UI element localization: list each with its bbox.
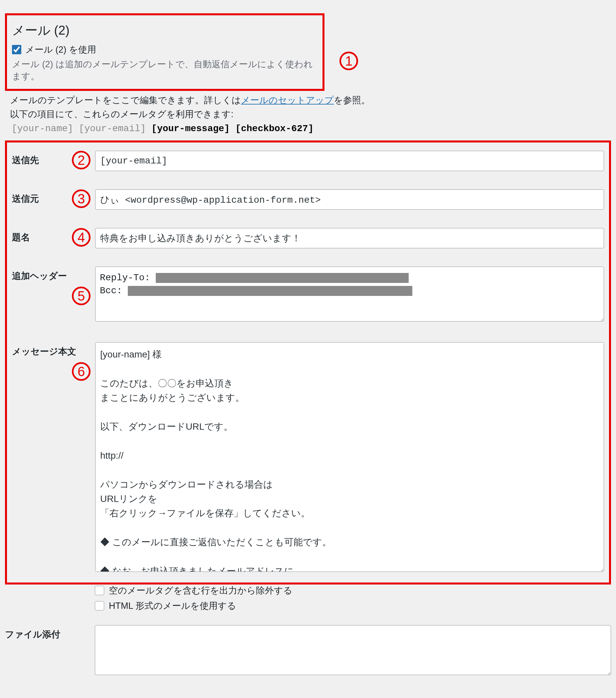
mail-setup-link[interactable]: メールのセットアップ bbox=[241, 95, 334, 105]
annotation-6: 6 bbox=[72, 362, 90, 381]
subject-row: 題名 4 bbox=[12, 228, 604, 248]
sender-input[interactable] bbox=[95, 190, 604, 210]
template-info-text: メールのテンプレートをここで編集できます。詳しくはメールのセットアップを参照。 bbox=[10, 94, 611, 106]
message-body-row: メッセージ本文 6 bbox=[12, 342, 604, 574]
exclude-blank-checkbox[interactable] bbox=[95, 586, 104, 595]
mail2-description: メール (2) は追加のメールテンプレートで、自動返信メールによく使われます。 bbox=[12, 58, 316, 82]
message-body-textarea[interactable] bbox=[95, 342, 604, 572]
exclude-blank-row: 空のメールタグを含む行を出力から除外する bbox=[95, 585, 611, 597]
use-html-checkbox[interactable] bbox=[95, 601, 104, 611]
mail-tag-checkbox627[interactable]: [checkbox-627] bbox=[235, 124, 313, 134]
mail-tag-yourname[interactable]: [your-name] bbox=[12, 124, 73, 134]
annotation-1: 1 bbox=[339, 52, 358, 70]
use-mail2-label: メール (2) を使用 bbox=[25, 44, 96, 56]
annotation-5: 5 bbox=[72, 287, 90, 305]
mail-tags-list: [your-name] [your-email] [your-message] … bbox=[12, 124, 611, 134]
use-html-row: HTML 形式のメールを使用する bbox=[95, 600, 611, 612]
exclude-blank-label: 空のメールタグを含む行を出力から除外する bbox=[109, 585, 293, 597]
recipient-input[interactable] bbox=[95, 151, 604, 171]
annotation-3: 3 bbox=[72, 190, 90, 208]
mail2-header-section: メール (2) メール (2) を使用 メール (2) は追加のメールテンプレー… bbox=[5, 13, 324, 91]
mail2-fields-section: 送信先 2 送信元 3 題名 4 追加ヘッダー 5 Reply-To: Bcc: bbox=[5, 140, 611, 585]
file-attachments-row: ファイル添付 bbox=[5, 625, 611, 678]
message-body-options: 空のメールタグを含む行を出力から除外する HTML 形式のメールを使用する bbox=[95, 585, 611, 612]
recipient-row: 送信先 2 bbox=[12, 151, 604, 171]
file-attachments-label: ファイル添付 bbox=[5, 625, 95, 678]
mail-tags-intro: 以下の項目にて、これらのメールタグを利用できます: bbox=[10, 108, 611, 120]
annotation-4: 4 bbox=[72, 228, 90, 247]
subject-input[interactable] bbox=[95, 228, 604, 248]
additional-headers-row: 追加ヘッダー 5 Reply-To: Bcc: bbox=[12, 267, 604, 324]
additional-headers-textarea[interactable] bbox=[95, 267, 604, 322]
mail-tag-yourmessage[interactable]: [your-message] bbox=[151, 124, 229, 134]
use-mail2-checkbox-row: メール (2) を使用 bbox=[12, 44, 316, 56]
mail2-title: メール (2) bbox=[12, 22, 316, 39]
sender-row: 送信元 3 bbox=[12, 190, 604, 210]
use-html-label: HTML 形式のメールを使用する bbox=[109, 600, 236, 612]
use-mail2-checkbox[interactable] bbox=[12, 45, 21, 54]
annotation-2: 2 bbox=[72, 151, 90, 169]
mail-tag-youremail[interactable]: [your-email] bbox=[79, 124, 146, 134]
file-attachments-textarea[interactable] bbox=[95, 625, 611, 675]
